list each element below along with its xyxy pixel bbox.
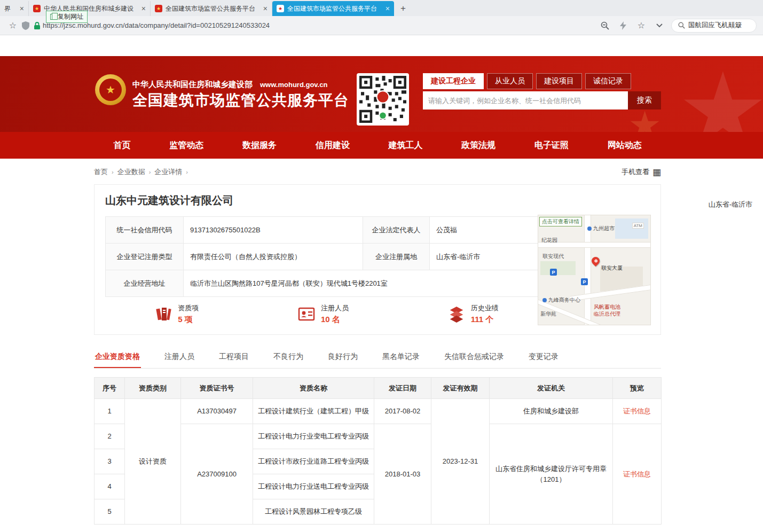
breadcrumb-company-data[interactable]: 企业数据 (117, 167, 145, 177)
cell-issuing-authority: 山东省住房和城乡建设厅许可专用章 （1201） (490, 424, 613, 525)
breadcrumb-home[interactable]: 首页 (94, 167, 108, 177)
close-icon[interactable]: × (20, 5, 24, 12)
cell-qualification-name: 工程设计建筑行业（建筑工程）甲级 (253, 399, 374, 424)
nav-item-construction-workers[interactable]: 建筑工人 (388, 140, 422, 151)
map-label-text: 临沂总代理 (594, 311, 620, 318)
keyword-search-input[interactable] (423, 91, 628, 109)
map-label-text: 九州超市 (593, 225, 615, 232)
new-tab-button[interactable]: + (400, 3, 406, 14)
search-tab-practitioners[interactable]: 从业人员 (487, 73, 533, 89)
cell-issuing-authority: 住房和城乡建设部 (490, 399, 613, 424)
legal-rep-value: 公茂福 (430, 217, 548, 244)
copy-url-tooltip[interactable]: 复制网址 (46, 11, 88, 23)
browser-search-box[interactable]: 国航回应飞机颠簸 (671, 19, 757, 33)
lock-icon (34, 22, 40, 29)
map-label-text: 联安大厦 (601, 264, 623, 272)
map-marker-icon (542, 298, 547, 302)
header-search-zone: 建设工程企业 从业人员 建设项目 诚信记录 搜索 (423, 73, 661, 109)
address-label: 企业经营地址 (106, 270, 184, 297)
location-pin-icon (590, 255, 601, 267)
certificate-info-link[interactable]: 证书信息 (623, 407, 651, 415)
close-icon[interactable]: × (386, 5, 390, 12)
stat-value: 10 名 (321, 315, 349, 325)
cell-qualification-name: 工程设计风景园林工程专项乙级 (253, 499, 374, 525)
cell-issue-date: 2017-08-02 (374, 399, 431, 424)
map-label-garden: 纪花园 (541, 237, 557, 244)
tab-change-records[interactable]: 变更记录 (528, 348, 560, 368)
tab-dishonesty-records[interactable]: 失信联合惩戒记录 (443, 348, 505, 368)
ministry-row: 中华人民共和国住房和城乡建设部 www.mohurd.gov.cn (132, 80, 327, 90)
search-icon (678, 22, 685, 29)
ministry-site-url: www.mohurd.gov.cn (260, 81, 327, 89)
flash-icon[interactable] (617, 19, 630, 32)
col-validity: 发证有效期 (431, 378, 490, 399)
cell-qualification-name: 工程设计电力行业送电工程专业丙级 (253, 474, 374, 499)
tab-good-behavior[interactable]: 良好行为 (327, 348, 359, 368)
close-icon[interactable]: × (141, 5, 146, 12)
tab-enterprise-qualifications[interactable]: 企业资质资格 (94, 348, 141, 368)
stat-label: 历史业绩 (471, 303, 499, 313)
certificate-info-link[interactable]: 证书信息 (623, 470, 651, 478)
cell-category: 设计资质 (125, 399, 181, 525)
chevron-down-icon[interactable] (653, 19, 666, 32)
reg-area-value: 山东省-临沂市 (430, 244, 548, 270)
browser-tab-jzsc-1[interactable]: ★ 全国建筑市场监管公共服务平台 × (151, 1, 272, 16)
credit-code-label: 统一社会信用代码 (106, 217, 184, 244)
browser-tab-partial[interactable]: 界 × (0, 1, 29, 16)
map-label-lianan-modern: 联安现代 (542, 253, 564, 260)
search-tab-construction-enterprise[interactable]: 建设工程企业 (423, 73, 484, 89)
nav-item-credit-building[interactable]: 信用建设 (316, 140, 350, 151)
nav-item-e-certificates[interactable]: 电子证照 (534, 140, 569, 151)
bookmark-star-icon[interactable]: ☆ (6, 19, 19, 32)
mobile-view-control[interactable]: 手机查看 ▦ (622, 167, 661, 177)
address-value: 临沂市兰山区陶然路107号星河晶都（联安）现代城1号楼2201室 (184, 270, 548, 297)
nav-item-site-news[interactable]: 网站动态 (608, 140, 642, 151)
tab-registered-personnel[interactable]: 注册人员 (163, 348, 195, 368)
cell-issue-date: 2018-01-03 (374, 424, 431, 525)
map-block (615, 218, 648, 239)
favorite-star-icon[interactable]: ☆ (635, 19, 648, 32)
map-label-text: 九峰商务中心 (548, 296, 580, 304)
nav-item-home[interactable]: 首页 (113, 140, 130, 151)
stat-qualifications[interactable]: 资质项 5 项 (154, 303, 199, 325)
cell-preview: 证书信息 (613, 399, 662, 424)
cell-serial: 2 (95, 424, 125, 449)
cell-serial: 3 (95, 449, 125, 474)
page-top-whitespace (0, 35, 763, 56)
col-qualification-name: 资质名称 (253, 378, 374, 399)
reg-type-label: 企业登记注册类型 (106, 244, 184, 270)
nav-item-policies[interactable]: 政策法规 (461, 140, 495, 151)
breadcrumb-separator: › (186, 169, 188, 175)
col-category: 资质类别 (125, 378, 181, 399)
close-icon[interactable]: × (263, 5, 268, 12)
tab-bad-behavior[interactable]: 不良行为 (272, 348, 304, 368)
map-block (540, 261, 576, 275)
map-label-text: 新华苑 (540, 310, 556, 318)
tab-title: 界 (4, 4, 17, 13)
breadcrumb-company-detail: 企业详情 (154, 167, 182, 177)
breadcrumb: 首页 › 企业数据 › 企业详情 › (94, 167, 188, 177)
cell-cert-number: A137030497 (181, 399, 253, 424)
zoom-icon[interactable] (599, 19, 611, 32)
search-tab-projects[interactable]: 建设项目 (536, 73, 582, 89)
stat-historical-performance[interactable]: 历史业绩 111 个 (447, 303, 499, 325)
browser-tab-jzsc-active[interactable]: ★ 全国建筑市场监管公共服务平台 × (272, 1, 394, 16)
parking-icon: P (581, 278, 588, 285)
search-tab-credit-records[interactable]: 诚信记录 (585, 73, 631, 89)
nav-item-supervision-news[interactable]: 监管动态 (169, 140, 203, 151)
company-name: 山东中元建筑设计有限公司 (105, 193, 233, 208)
browser-address-bar[interactable]: ☆ https://jzsc.mohurd.gov.cn/data/compan… (0, 16, 763, 35)
stat-registered-personnel[interactable]: 注册人员 10 名 (297, 303, 349, 325)
stat-label: 资质项 (178, 303, 199, 313)
nav-item-data-services[interactable]: 数据服务 (242, 140, 277, 151)
company-location-map[interactable]: 点击可查看详情 ATM 九州超市 纪花园 联安现代 P P 联安大厦 九峰商务中… (538, 215, 651, 325)
map-label-lianan-tower: 联安大厦 (601, 264, 623, 272)
shield-icon[interactable] (19, 19, 32, 32)
copy-url-label: 复制网址 (58, 12, 83, 21)
tab-blacklist-records[interactable]: 黑名单记录 (381, 348, 421, 368)
cell-qualification-name: 工程设计电力行业变电工程专业丙级 (253, 424, 374, 449)
tab-projects[interactable]: 工程项目 (218, 348, 250, 368)
authority-line: （1201） (493, 474, 609, 485)
detail-tabs: 企业资质资格 注册人员 工程项目 不良行为 良好行为 黑名单记录 失信联合惩戒记… (94, 348, 661, 369)
search-button[interactable]: 搜索 (628, 91, 661, 109)
